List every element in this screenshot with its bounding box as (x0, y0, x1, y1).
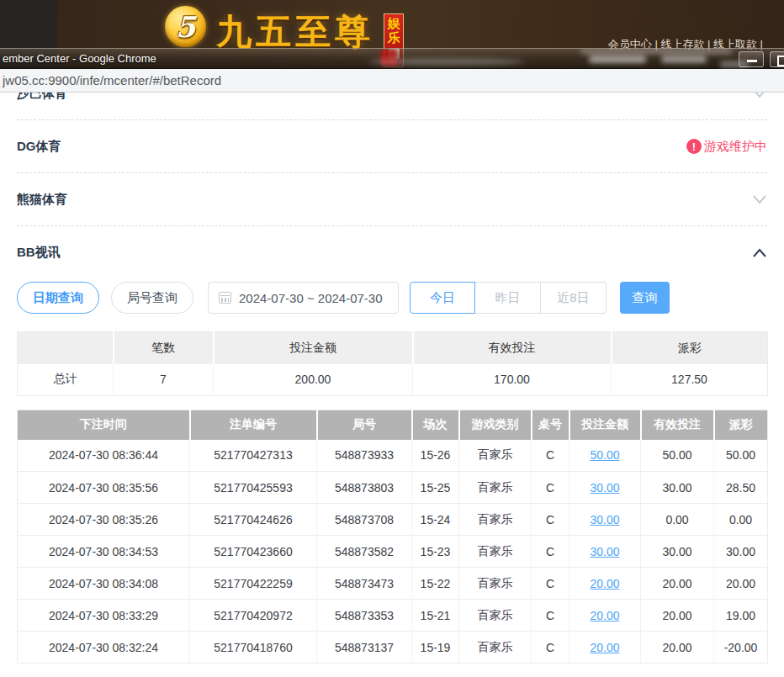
bet-cell: 15-22 (412, 568, 459, 600)
exclamation-icon: ! (686, 139, 702, 154)
bet-table-row: 2024-07-30 08:34:08521770422259548873473… (18, 568, 768, 600)
filter-row: 日期查询 局号查询 2024-07-30 ~ 2024-07-30 今日 昨日 … (17, 282, 767, 314)
bet-table-row: 2024-07-30 08:36:44521770427313548873933… (18, 440, 768, 472)
bet-table: 下注时间注单编号局号场次游戏类别桌号投注金额有效投注派彩 2024-07-30 … (17, 410, 768, 664)
summary-table: 笔数投注金额有效投注派彩 总计7200.00170.00127.50 (17, 331, 768, 396)
summary-total-row: 总计7200.00170.00127.50 (18, 364, 768, 396)
bet-header-cell: 注单编号 (190, 410, 317, 440)
bet-cell: C (532, 536, 569, 568)
url-text: jw05.cc:9900/infe/mcenter/#/betRecord (3, 69, 221, 92)
bet-cell: 15-19 (412, 632, 459, 664)
bet-amount-link[interactable]: 30.00 (590, 513, 619, 526)
bet-cell: 50.00 (714, 440, 768, 472)
bet-header-cell: 下注时间 (18, 410, 190, 440)
bet-cell: 20.00 (641, 600, 714, 632)
bet-cell: 百家乐 (459, 440, 532, 472)
date-range-input[interactable]: 2024-07-30 ~ 2024-07-30 (208, 282, 399, 314)
search-button[interactable]: 查询 (620, 282, 670, 314)
glass-reflection (580, 49, 732, 54)
bet-cell: 15-25 (412, 472, 459, 504)
bet-cell: 百家乐 (459, 632, 532, 664)
summary-header-cell: 派彩 (612, 332, 768, 364)
bet-header-cell: 局号 (317, 410, 412, 440)
accordion-item-bb-video[interactable]: BB视讯 (17, 226, 767, 279)
accordion-label: 沙巴体育 (17, 93, 67, 102)
window-title: ember Center - Google Chrome (3, 49, 156, 69)
bet-cell: 521770425593 (190, 472, 317, 504)
bet-cell: 548873933 (317, 440, 412, 472)
minimize-button[interactable] (739, 51, 764, 67)
bet-cell: 548873137 (317, 632, 412, 664)
bet-amount-link[interactable]: 20.00 (590, 641, 619, 654)
bet-amount-link[interactable]: 50.00 (590, 448, 619, 462)
bet-cell: 30.00 (641, 536, 714, 568)
bet-amount-link[interactable]: 30.00 (590, 545, 619, 558)
bet-table-row: 2024-07-30 08:33:29521770420972548873353… (18, 600, 768, 632)
bet-table-row: 2024-07-30 08:35:26521770424626548873708… (18, 504, 768, 536)
accordion-label: 熊猫体育 (17, 192, 67, 208)
bet-cell: 2024-07-30 08:34:53 (18, 536, 190, 568)
brand-coin-logo-icon: 5 (165, 6, 206, 47)
bet-cell: C (532, 472, 569, 504)
date-range-value: 2024-07-30 ~ 2024-07-30 (239, 291, 383, 305)
accordion-item-shaba-sports[interactable]: 沙巴体育 (17, 93, 767, 120)
bet-cell: -20.00 (714, 632, 768, 664)
bet-cell: 百家乐 (459, 472, 532, 504)
bet-amount-link[interactable]: 20.00 (590, 609, 619, 622)
accordion-item-dg-sports[interactable]: DG体育 ! 游戏维护中 (17, 120, 767, 173)
bet-amount-link[interactable]: 30.00 (590, 481, 619, 495)
bet-table-header-row: 下注时间注单编号局号场次游戏类别桌号投注金额有效投注派彩 (18, 410, 768, 440)
summary-cell: 127.50 (612, 364, 768, 396)
bet-cell: C (532, 504, 569, 536)
bet-cell: 0.00 (714, 504, 768, 536)
bet-cell: 50.00 (569, 440, 641, 472)
badge-char: 娱 (388, 16, 400, 30)
bet-cell: 百家乐 (459, 568, 532, 600)
bet-cell: 548873353 (317, 600, 412, 632)
glass-reflection (661, 56, 707, 63)
bet-cell: 30.00 (714, 536, 768, 568)
bet-cell: 521770420972 (190, 600, 317, 632)
bet-header-cell: 游戏类别 (459, 410, 532, 440)
bet-cell: 百家乐 (459, 536, 532, 568)
bet-cell: 548873803 (317, 472, 412, 504)
bet-cell: 2024-07-30 08:35:26 (18, 504, 190, 536)
bet-cell: 30.00 (569, 504, 641, 536)
bet-cell: 2024-07-30 08:32:24 (18, 632, 190, 664)
bet-cell: 20.00 (641, 568, 714, 600)
bet-table-body: 2024-07-30 08:36:44521770427313548873933… (18, 440, 768, 664)
maintenance-badge: ! 游戏维护中 (686, 139, 767, 155)
bet-cell: 521770424626 (190, 504, 317, 536)
bet-cell: 20.00 (569, 568, 641, 600)
bet-cell: 20.00 (641, 632, 714, 664)
bet-cell: 2024-07-30 08:33:29 (18, 600, 190, 632)
summary-header-cell: 投注金额 (214, 332, 413, 364)
quick-range-today[interactable]: 今日 (410, 282, 475, 314)
bet-cell: 百家乐 (459, 504, 532, 536)
window-titlebar[interactable]: ember Center - Google Chrome (0, 48, 784, 69)
bet-table-row: 2024-07-30 08:32:24521770418760548873137… (18, 632, 768, 664)
bet-cell: 2024-07-30 08:36:44 (18, 440, 190, 472)
bet-cell: 20.00 (714, 568, 768, 600)
bet-cell: 521770422259 (190, 568, 317, 600)
accordion-item-panda-sports[interactable]: 熊猫体育 (17, 173, 767, 226)
date-query-tab[interactable]: 日期查询 (17, 282, 99, 314)
quick-range-8days[interactable]: 近8日 (541, 282, 607, 314)
accordion-label: DG体育 (17, 139, 61, 155)
quick-range-yesterday[interactable]: 昨日 (475, 282, 541, 314)
accordion-label: BB视讯 (17, 245, 61, 261)
bet-cell: 15-21 (412, 600, 459, 632)
maximize-button[interactable] (770, 51, 784, 67)
round-query-tab[interactable]: 局号查询 (111, 282, 193, 314)
url-bar[interactable]: jw05.cc:9900/infe/mcenter/#/betRecord (0, 69, 784, 93)
bet-cell: 15-26 (412, 440, 459, 472)
bet-cell: C (532, 568, 569, 600)
chevron-down-icon (752, 93, 767, 98)
bet-cell: 30.00 (569, 472, 641, 504)
bet-header-cell: 派彩 (714, 410, 768, 440)
bet-cell: C (532, 632, 569, 664)
bet-amount-link[interactable]: 20.00 (590, 577, 619, 590)
bet-cell: 15-24 (412, 504, 459, 536)
chevron-down-icon (752, 194, 767, 204)
bet-cell: 30.00 (569, 536, 641, 568)
